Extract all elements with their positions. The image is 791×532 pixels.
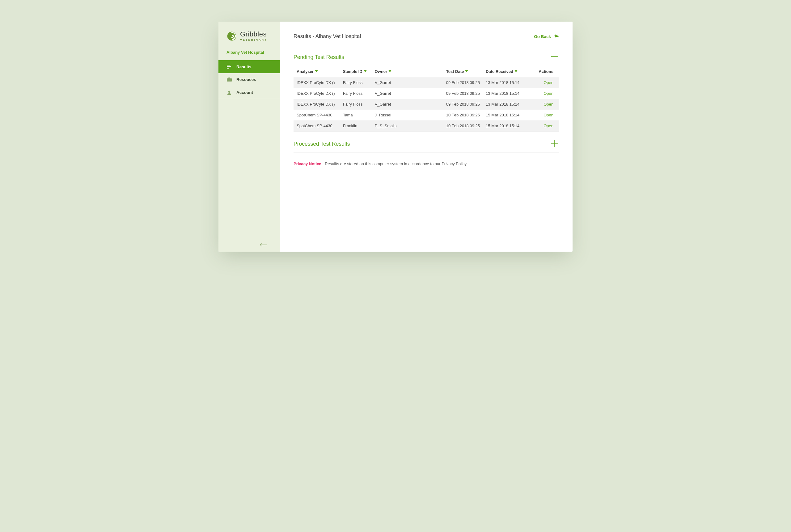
svg-rect-6 <box>227 80 232 80</box>
sidebar-item-resources[interactable]: Resouces <box>218 73 280 86</box>
col-sample-id[interactable]: Sample ID <box>340 66 372 77</box>
sort-icon <box>364 69 367 74</box>
svg-rect-1 <box>227 65 230 65</box>
sidebar-item-label: Results <box>236 64 252 69</box>
results-icon <box>226 64 232 70</box>
cell-analyser: SpotChem SP-4430 <box>294 110 340 120</box>
open-button[interactable]: Open <box>544 91 553 96</box>
cell-actions: Open <box>535 110 559 120</box>
cell-test-date: 09 Feb 2018 09:25 <box>443 88 483 99</box>
brand: Gribbles VETERINARY <box>218 22 280 44</box>
brand-logo-icon <box>226 31 237 41</box>
svg-marker-12 <box>388 70 391 72</box>
cell-date-received: 13 Mar 2018 15:14 <box>483 77 535 88</box>
table-row: IDEXX ProCyte DX ()Fairy FlossV_Garret09… <box>294 88 559 99</box>
table-row: IDEXX ProCyte DX ()Fairy FlossV_Garret09… <box>294 99 559 110</box>
page-header: Results - Albany Vet Hospital Go Back <box>294 33 559 46</box>
sort-icon <box>465 69 468 74</box>
sidebar: Gribbles VETERINARY Albany Vet Hospital … <box>218 22 280 252</box>
briefcase-icon <box>226 77 232 82</box>
privacy-notice: Privacy Notice Resullts are stored on th… <box>294 153 559 166</box>
user-icon <box>226 90 232 95</box>
table-row: SpotChem SP-4430FranklinP_S_Smalls10 Feb… <box>294 120 559 131</box>
cell-actions: Open <box>535 77 559 88</box>
brand-subtitle: VETERINARY <box>240 39 267 41</box>
sidebar-item-label: Account <box>236 90 253 95</box>
table-row: IDEXX ProCyte DX ()Fairy FlossV_Garret09… <box>294 77 559 88</box>
svg-marker-11 <box>364 70 367 72</box>
cell-owner: J_Russel <box>372 110 443 120</box>
pending-section-title: Pending Test Results <box>294 54 344 60</box>
cell-date-received: 15 Mar 2018 15:14 <box>483 120 535 131</box>
sort-icon <box>315 69 318 74</box>
svg-marker-10 <box>315 70 318 72</box>
minus-icon <box>551 53 559 62</box>
brand-name: Gribbles <box>240 31 267 38</box>
expand-section-button[interactable] <box>550 139 559 148</box>
privacy-label: Privacy Notice <box>294 162 321 166</box>
cell-test-date: 09 Feb 2018 09:25 <box>443 77 483 88</box>
cell-owner: V_Garret <box>372 77 443 88</box>
processed-section-header: Processed Test Results <box>294 132 559 153</box>
pending-results-table: Analyser Sample ID Owner Test Date Date … <box>294 66 559 131</box>
svg-marker-14 <box>514 70 518 72</box>
app-window: Gribbles VETERINARY Albany Vet Hospital … <box>218 22 573 252</box>
cell-date-received: 15 Mar 2018 15:14 <box>483 110 535 120</box>
cell-test-date: 10 Feb 2018 09:25 <box>443 110 483 120</box>
cell-actions: Open <box>535 88 559 99</box>
cell-sample-id: Franklin <box>340 120 372 131</box>
pending-section-header: Pending Test Results <box>294 46 559 66</box>
privacy-text: Resullts are stored on this computer sys… <box>325 162 467 166</box>
cell-sample-id: Fairy Floss <box>340 77 372 88</box>
sidebar-nav: Results Resouces Account <box>218 60 280 99</box>
cell-date-received: 13 Mar 2018 15:14 <box>483 88 535 99</box>
sort-icon <box>514 69 518 74</box>
page-title: Results - Albany Vet Hospital <box>294 33 361 39</box>
cell-analyser: IDEXX ProCyte DX () <box>294 88 340 99</box>
cell-sample-id: Fairy Floss <box>340 99 372 110</box>
org-name: Albany Vet Hospital <box>218 44 280 60</box>
plus-icon <box>551 139 559 149</box>
col-actions: Actions <box>535 66 559 77</box>
cell-test-date: 09 Feb 2018 09:25 <box>443 99 483 110</box>
col-owner[interactable]: Owner <box>372 66 443 77</box>
open-button[interactable]: Open <box>544 102 553 107</box>
cell-sample-id: Fairy Floss <box>340 88 372 99</box>
arrow-left-icon <box>260 242 268 248</box>
go-back-button[interactable]: Go Back <box>534 34 559 39</box>
cell-test-date: 10 Feb 2018 09:25 <box>443 120 483 131</box>
svg-rect-3 <box>227 68 229 69</box>
cell-actions: Open <box>535 120 559 131</box>
reply-arrow-icon <box>554 34 559 39</box>
open-button[interactable]: Open <box>544 113 553 117</box>
svg-marker-13 <box>465 70 468 72</box>
cell-analyser: SpotChem SP-4430 <box>294 120 340 131</box>
cell-owner: P_S_Smalls <box>372 120 443 131</box>
open-button[interactable]: Open <box>544 124 553 128</box>
col-test-date[interactable]: Test Date <box>443 66 483 77</box>
open-button[interactable]: Open <box>544 80 553 85</box>
sort-icon <box>388 69 391 74</box>
svg-point-0 <box>227 32 236 41</box>
sidebar-item-results[interactable]: Results <box>218 60 280 73</box>
cell-analyser: IDEXX ProCyte DX () <box>294 99 340 110</box>
go-back-label: Go Back <box>534 34 551 39</box>
svg-point-7 <box>228 91 230 92</box>
sidebar-item-label: Resouces <box>236 77 256 82</box>
cell-owner: V_Garret <box>372 88 443 99</box>
cell-analyser: IDEXX ProCyte DX () <box>294 77 340 88</box>
col-date-received[interactable]: Date Received <box>483 66 535 77</box>
table-row: SpotChem SP-4430TamaJ_Russel10 Feb 2018 … <box>294 110 559 120</box>
collapse-section-button[interactable] <box>550 53 559 61</box>
cell-sample-id: Tama <box>340 110 372 120</box>
cell-owner: V_Garret <box>372 99 443 110</box>
cell-actions: Open <box>535 99 559 110</box>
cell-date-received: 13 Mar 2018 15:14 <box>483 99 535 110</box>
content: Results - Albany Vet Hospital Go Back Pe… <box>280 22 573 252</box>
svg-rect-5 <box>228 77 230 79</box>
sidebar-item-account[interactable]: Account <box>218 86 280 99</box>
svg-rect-2 <box>227 66 231 67</box>
processed-section-title: Processed Test Results <box>294 141 350 147</box>
col-analyser[interactable]: Analyser <box>294 66 340 77</box>
collapse-sidebar-button[interactable] <box>218 238 280 252</box>
